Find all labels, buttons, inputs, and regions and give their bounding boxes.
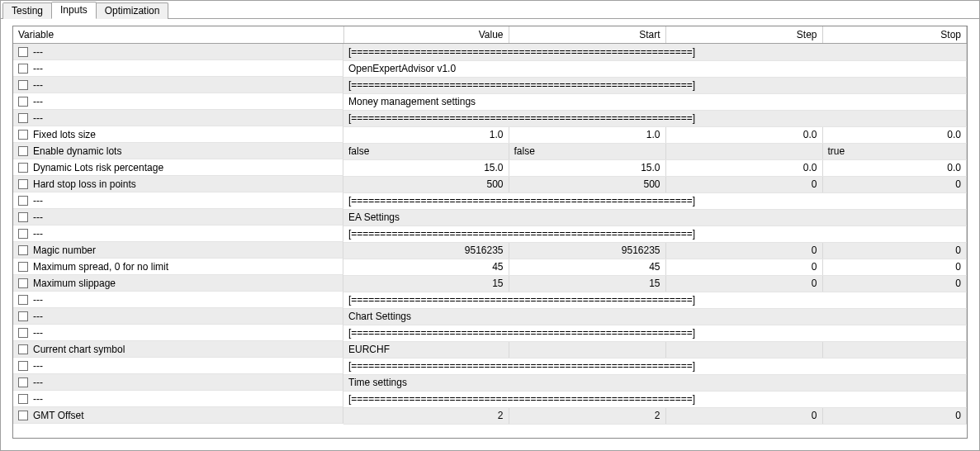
variable-cell[interactable]: --- <box>13 77 343 93</box>
section-title-cell[interactable]: EA Settings <box>343 209 967 226</box>
variable-cell[interactable]: Enable dynamic lots <box>13 143 343 159</box>
col-variable[interactable]: Variable <box>13 26 343 44</box>
optimize-checkbox[interactable] <box>18 196 28 206</box>
variable-cell[interactable]: --- <box>13 192 343 209</box>
optimize-checkbox[interactable] <box>18 262 28 272</box>
step-cell[interactable]: 0 <box>665 275 822 292</box>
table-row[interactable]: ---[====================================… <box>13 110 967 126</box>
col-step[interactable]: Step <box>665 26 822 44</box>
optimize-checkbox[interactable] <box>18 278 28 288</box>
optimize-checkbox[interactable] <box>18 130 28 140</box>
table-row[interactable]: Magic number9516235951623500 <box>13 242 967 259</box>
variable-cell[interactable]: Maximum spread, 0 for no limit <box>13 259 343 275</box>
tab-inputs[interactable]: Inputs <box>51 2 97 19</box>
table-row[interactable]: GMT Offset2200 <box>13 407 967 424</box>
variable-cell[interactable]: Magic number <box>13 242 343 259</box>
table-row[interactable]: Maximum slippage151500 <box>13 275 967 292</box>
variable-cell[interactable]: --- <box>13 325 343 341</box>
start-cell[interactable]: 45 <box>509 259 665 275</box>
optimize-checkbox[interactable] <box>18 245 28 255</box>
separator-cell[interactable]: [=======================================… <box>343 77 967 93</box>
table-row[interactable]: ---Money management settings <box>13 93 967 110</box>
value-cell[interactable]: 15.0 <box>343 159 509 176</box>
stop-cell[interactable]: 0 <box>822 275 967 292</box>
tab-optimization[interactable]: Optimization <box>96 2 169 19</box>
start-cell[interactable]: false <box>509 143 665 159</box>
value-cell[interactable]: EURCHF <box>343 341 509 358</box>
optimize-checkbox[interactable] <box>18 47 28 57</box>
step-cell[interactable]: 0.0 <box>665 159 822 176</box>
section-title-cell[interactable]: Money management settings <box>343 93 967 110</box>
start-cell[interactable] <box>509 341 665 358</box>
stop-cell[interactable]: 0 <box>822 259 967 275</box>
variable-cell[interactable]: --- <box>13 358 343 374</box>
table-row[interactable]: ---Time settings <box>13 374 967 391</box>
step-cell[interactable]: 0.0 <box>665 126 822 143</box>
variable-cell[interactable]: Maximum slippage <box>13 275 343 292</box>
table-row[interactable]: ---OpenExpertAdvisor v1.0 <box>13 60 967 77</box>
optimize-checkbox[interactable] <box>18 113 28 123</box>
table-row[interactable]: Dynamic Lots risk percentage15.015.00.00… <box>13 159 967 176</box>
table-row[interactable]: ---[====================================… <box>13 391 967 407</box>
variable-cell[interactable]: Dynamic Lots risk percentage <box>13 159 343 176</box>
section-title-cell[interactable]: OpenExpertAdvisor v1.0 <box>343 60 967 77</box>
optimize-checkbox[interactable] <box>18 377 28 387</box>
variable-cell[interactable]: --- <box>13 308 343 325</box>
start-cell[interactable]: 15.0 <box>509 159 665 176</box>
optimize-checkbox[interactable] <box>18 394 28 404</box>
stop-cell[interactable]: 0 <box>822 407 967 424</box>
table-row[interactable]: ---Chart Settings <box>13 308 967 325</box>
stop-cell[interactable]: 0.0 <box>822 159 967 176</box>
optimize-checkbox[interactable] <box>18 295 28 305</box>
table-row[interactable]: ---[====================================… <box>13 192 967 209</box>
table-row[interactable]: ---[====================================… <box>13 77 967 93</box>
col-value[interactable]: Value <box>343 26 509 44</box>
stop-cell[interactable]: 0.0 <box>822 126 967 143</box>
separator-cell[interactable]: [=======================================… <box>343 325 967 341</box>
step-cell[interactable]: 0 <box>665 242 822 259</box>
variable-cell[interactable]: Current chart symbol <box>13 341 343 358</box>
separator-cell[interactable]: [=======================================… <box>343 292 967 308</box>
start-cell[interactable]: 2 <box>509 407 665 424</box>
section-title-cell[interactable]: Time settings <box>343 374 967 391</box>
variable-cell[interactable]: --- <box>13 44 343 60</box>
variable-cell[interactable]: --- <box>13 60 343 77</box>
table-row[interactable]: Hard stop loss in points50050000 <box>13 176 967 192</box>
col-stop[interactable]: Stop <box>822 26 967 44</box>
optimize-checkbox[interactable] <box>18 311 28 321</box>
table-row[interactable]: ---[====================================… <box>13 358 967 374</box>
stop-cell[interactable]: true <box>822 143 967 159</box>
optimize-checkbox[interactable] <box>18 146 28 156</box>
variable-cell[interactable]: --- <box>13 292 343 308</box>
table-row[interactable]: ---[====================================… <box>13 292 967 308</box>
separator-cell[interactable]: [=======================================… <box>343 391 967 407</box>
variable-cell[interactable]: --- <box>13 209 343 226</box>
separator-cell[interactable]: [=======================================… <box>343 358 967 374</box>
value-cell[interactable]: 15 <box>343 275 509 292</box>
value-cell[interactable]: 1.0 <box>343 126 509 143</box>
stop-cell[interactable] <box>822 341 967 358</box>
table-row[interactable]: ---EA Settings <box>13 209 967 226</box>
start-cell[interactable]: 15 <box>509 275 665 292</box>
table-row[interactable]: Maximum spread, 0 for no limit454500 <box>13 259 967 275</box>
start-cell[interactable]: 500 <box>509 176 665 192</box>
optimize-checkbox[interactable] <box>18 361 28 371</box>
optimize-checkbox[interactable] <box>18 163 28 173</box>
step-cell[interactable]: 0 <box>665 176 822 192</box>
variable-cell[interactable]: --- <box>13 93 343 110</box>
optimize-checkbox[interactable] <box>18 179 28 189</box>
table-row[interactable]: ---[====================================… <box>13 226 967 242</box>
optimize-checkbox[interactable] <box>18 212 28 222</box>
table-row[interactable]: Fixed lots size1.01.00.00.0 <box>13 126 967 143</box>
table-row[interactable]: Current chart symbolEURCHF <box>13 341 967 358</box>
col-start[interactable]: Start <box>509 26 665 44</box>
variable-cell[interactable]: --- <box>13 110 343 126</box>
variable-cell[interactable]: --- <box>13 391 343 407</box>
optimize-checkbox[interactable] <box>18 97 28 107</box>
value-cell[interactable]: 45 <box>343 259 509 275</box>
variable-cell[interactable]: GMT Offset <box>13 407 343 424</box>
step-cell[interactable] <box>665 341 822 358</box>
step-cell[interactable] <box>665 143 822 159</box>
variable-cell[interactable]: Fixed lots size <box>13 126 343 143</box>
optimize-checkbox[interactable] <box>18 80 28 90</box>
